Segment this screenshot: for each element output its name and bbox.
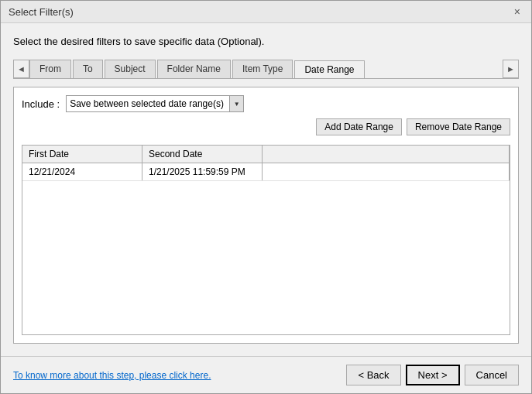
col-header-second-date: Second Date <box>142 146 263 163</box>
cancel-button[interactable]: Cancel <box>465 365 519 385</box>
next-button[interactable]: Next > <box>406 365 460 385</box>
footer-buttons: < Back Next > Cancel <box>346 365 519 385</box>
tab-scroll-left[interactable]: ◄ <box>13 60 29 78</box>
instruction-text: Select the desired filters to save speci… <box>13 36 519 52</box>
col-header-extra <box>263 146 510 163</box>
tab-folder-name[interactable]: Folder Name <box>157 60 231 78</box>
table-row[interactable]: 12/21/2024 1/21/2025 11:59:59 PM <box>22 163 510 181</box>
tab-to[interactable]: To <box>73 60 103 78</box>
cell-first-date: 12/21/2024 <box>22 163 142 180</box>
include-row: Include : Save between selected date ran… <box>22 95 510 112</box>
dialog: Select Filter(s) × Select the desired fi… <box>0 0 532 394</box>
dialog-body: Select the desired filters to save speci… <box>1 23 531 356</box>
table-body: 12/21/2024 1/21/2025 11:59:59 PM <box>22 163 510 334</box>
title-bar: Select Filter(s) × <box>1 1 531 23</box>
table-header: First Date Second Date <box>22 146 510 163</box>
col-header-first-date: First Date <box>22 146 142 163</box>
tabs-container: ◄ From To Subject Folder Name Item Type … <box>13 60 519 79</box>
content-area: Include : Save between selected date ran… <box>13 87 519 344</box>
tab-scroll-right[interactable]: ► <box>503 60 519 78</box>
cell-extra <box>263 163 510 180</box>
close-button[interactable]: × <box>511 5 523 18</box>
tab-item-type[interactable]: Item Type <box>232 60 293 78</box>
back-button[interactable]: < Back <box>346 365 400 385</box>
date-range-buttons: Add Date Range Remove Date Range <box>22 118 510 135</box>
learn-more-link[interactable]: To know more about this step, please cli… <box>13 370 211 381</box>
tabs-list: From To Subject Folder Name Item Type Da… <box>29 60 503 78</box>
dialog-title: Select Filter(s) <box>9 6 74 18</box>
cell-second-date: 1/21/2025 11:59:59 PM <box>142 163 263 180</box>
dropdown-arrow-icon[interactable]: ▼ <box>229 96 243 111</box>
tab-subject[interactable]: Subject <box>105 60 156 78</box>
include-label: Include : <box>22 98 60 110</box>
date-range-table: First Date Second Date 12/21/2024 1/21/2… <box>22 145 510 335</box>
remove-date-range-button[interactable]: Remove Date Range <box>407 118 510 135</box>
include-select-wrapper: Save between selected date range(s) Save… <box>66 95 244 112</box>
tab-date-range[interactable]: Date Range <box>294 60 364 78</box>
include-select[interactable]: Save between selected date range(s) Save… <box>67 96 229 111</box>
tab-from[interactable]: From <box>29 60 71 78</box>
add-date-range-button[interactable]: Add Date Range <box>316 118 402 135</box>
dialog-footer: To know more about this step, please cli… <box>1 356 531 393</box>
